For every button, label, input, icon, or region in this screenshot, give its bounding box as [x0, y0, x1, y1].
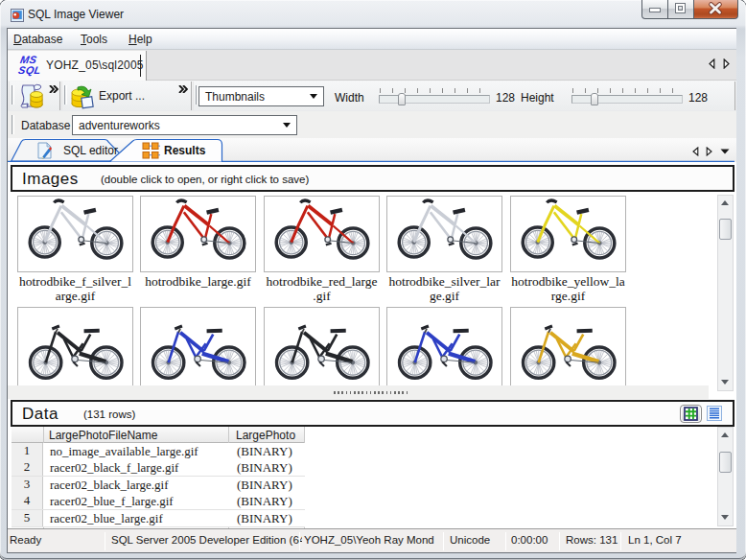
svg-text:Results: Results — [164, 144, 206, 157]
svg-text:SQL editor: SQL editor — [63, 144, 118, 157]
